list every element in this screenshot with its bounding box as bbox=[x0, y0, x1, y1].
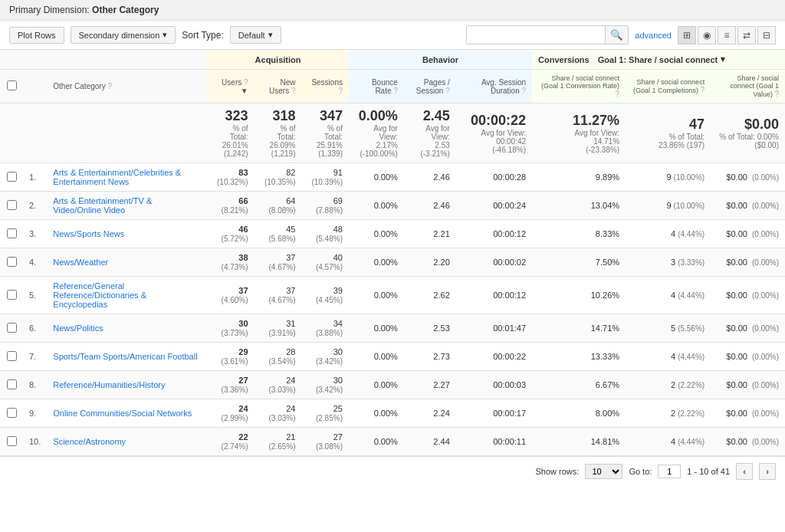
footer-bar: Show rows: 102550100 Go to: 1 - 10 of 41… bbox=[0, 456, 785, 486]
row-pages: 2.20 bbox=[404, 248, 456, 277]
row-checkbox-cell[interactable] bbox=[0, 343, 23, 371]
row-checkbox[interactable] bbox=[7, 436, 17, 446]
view-icons: ⊞ ◉ ≡ ⇄ ⊟ bbox=[678, 26, 776, 44]
category-link[interactable]: News/Weather bbox=[53, 258, 108, 267]
row-avg-duration: 00:00:24 bbox=[456, 192, 532, 220]
row-checkbox[interactable] bbox=[7, 379, 17, 389]
summary-checkbox-cell bbox=[0, 103, 23, 163]
row-bounce-rate: 0.00% bbox=[349, 428, 404, 456]
row-value: $0.00 (0.00%) bbox=[711, 371, 785, 399]
row-category: Reference/General Reference/Dictionaries… bbox=[47, 277, 207, 314]
sort-default-dropdown[interactable]: Default ▾ bbox=[230, 26, 281, 44]
rows-per-page-select[interactable]: 102550100 bbox=[585, 464, 622, 479]
row-conv-rate: 7.50% bbox=[532, 248, 626, 277]
users-col-header[interactable]: Users ? ▼ bbox=[207, 70, 254, 103]
row-checkbox-cell[interactable] bbox=[0, 428, 23, 456]
conversions-label: Conversions bbox=[538, 55, 590, 64]
category-link[interactable]: News/Politics bbox=[53, 323, 103, 333]
category-link[interactable]: Science/Astronomy bbox=[53, 437, 126, 446]
row-checkbox[interactable] bbox=[7, 200, 17, 210]
row-category: Science/Astronomy bbox=[47, 428, 207, 456]
row-checkbox[interactable] bbox=[7, 290, 17, 300]
row-bounce-rate: 0.00% bbox=[349, 399, 404, 428]
category-link[interactable]: Arts & Entertainment/Celebrities & Enter… bbox=[53, 168, 181, 186]
row-completions: 2 (2.22%) bbox=[626, 371, 711, 399]
row-checkbox[interactable] bbox=[7, 228, 17, 238]
row-new-users: 45 (5.68%) bbox=[255, 220, 302, 248]
row-checkbox[interactable] bbox=[7, 408, 17, 418]
search-button[interactable]: 🔍 bbox=[605, 26, 628, 44]
acquisition-group-header: Acquisition bbox=[207, 50, 349, 70]
row-checkbox-cell[interactable] bbox=[0, 277, 23, 314]
row-checkbox-cell[interactable] bbox=[0, 192, 23, 220]
category-link[interactable]: Sports/Team Sports/American Football bbox=[53, 352, 197, 361]
go-to-label: Go to: bbox=[629, 467, 652, 476]
value-col-header[interactable]: Share / social connect (Goal 1 Value) ? bbox=[711, 70, 785, 103]
row-checkbox[interactable] bbox=[7, 323, 17, 333]
select-all-checkbox[interactable] bbox=[7, 80, 17, 90]
row-category: Online Communities/Social Networks bbox=[47, 399, 207, 428]
row-checkbox-cell[interactable] bbox=[0, 248, 23, 277]
row-bounce-rate: 0.00% bbox=[349, 314, 404, 343]
row-checkbox-cell[interactable] bbox=[0, 371, 23, 399]
next-page-button[interactable]: › bbox=[759, 463, 776, 480]
table-row: 1. Arts & Entertainment/Celebrities & En… bbox=[0, 163, 785, 192]
row-completions: 4 (4.44%) bbox=[626, 220, 711, 248]
row-checkbox[interactable] bbox=[7, 351, 17, 361]
search-box: 🔍 bbox=[466, 25, 629, 44]
row-value: $0.00 (0.00%) bbox=[711, 192, 785, 220]
row-users: 24 (2.99%) bbox=[207, 399, 254, 428]
row-checkbox-cell[interactable] bbox=[0, 314, 23, 343]
pages-col-header[interactable]: Pages / Session ? bbox=[404, 70, 456, 103]
row-category: News/Sports News bbox=[47, 220, 207, 248]
row-bounce-rate: 0.00% bbox=[349, 277, 404, 314]
view-icon-pie[interactable]: ◉ bbox=[698, 26, 716, 44]
row-value: $0.00 (0.00%) bbox=[711, 399, 785, 428]
row-checkbox-cell[interactable] bbox=[0, 399, 23, 428]
row-checkbox-cell[interactable] bbox=[0, 220, 23, 248]
row-avg-duration: 00:00:12 bbox=[456, 220, 532, 248]
row-users: 30 (3.73%) bbox=[207, 314, 254, 343]
category-link[interactable]: Reference/General Reference/Dictionaries… bbox=[53, 281, 146, 309]
conv-rate-col-header[interactable]: Share / social connect (Goal 1 Conversio… bbox=[532, 70, 626, 103]
category-link[interactable]: Arts & Entertainment/TV & Video/Online V… bbox=[53, 196, 152, 215]
view-icon-table[interactable]: ⊞ bbox=[678, 26, 696, 44]
sort-icon-users: ▼ bbox=[241, 87, 248, 95]
category-link[interactable]: Reference/Humanities/History bbox=[53, 380, 165, 389]
select-all-checkbox-header[interactable] bbox=[0, 70, 23, 103]
summary-users-value: 323 bbox=[213, 108, 248, 124]
data-table: Acquisition Behavior Conversions Goal 1:… bbox=[0, 50, 785, 456]
chevron-down-icon: ▾ bbox=[268, 30, 273, 40]
row-new-users: 64 (8.08%) bbox=[255, 192, 302, 220]
num-header bbox=[23, 50, 47, 70]
view-icon-bar[interactable]: ≡ bbox=[718, 26, 736, 44]
secondary-dimension-dropdown[interactable]: Secondary dimension ▾ bbox=[71, 26, 176, 44]
pagination-info: 1 - 10 of 41 bbox=[687, 467, 730, 476]
bounce-rate-col-header[interactable]: Bounce Rate ? bbox=[349, 70, 404, 103]
row-checkbox[interactable] bbox=[7, 257, 17, 267]
row-conv-rate: 8.00% bbox=[532, 399, 626, 428]
prev-page-button[interactable]: ‹ bbox=[736, 463, 753, 480]
row-avg-duration: 00:00:28 bbox=[456, 163, 532, 192]
goal-label: Goal 1: Share / social connect bbox=[598, 55, 718, 64]
completions-col-header[interactable]: Share / social connect (Goal 1 Completio… bbox=[626, 70, 711, 103]
primary-dimension-value: Other Category bbox=[92, 5, 159, 15]
advanced-link[interactable]: advanced bbox=[635, 31, 672, 40]
plot-rows-button[interactable]: Plot Rows bbox=[9, 27, 64, 44]
goal-dropdown-icon[interactable]: ▾ bbox=[721, 54, 725, 64]
avg-duration-col-header[interactable]: Avg. Session Duration ? bbox=[456, 70, 532, 103]
row-checkbox[interactable] bbox=[7, 172, 17, 182]
view-icon-pivot[interactable]: ⊟ bbox=[757, 26, 776, 44]
category-link[interactable]: Online Communities/Social Networks bbox=[53, 409, 192, 418]
row-users: 22 (2.74%) bbox=[207, 428, 254, 456]
sessions-col-header[interactable]: Sessions ? bbox=[302, 70, 349, 103]
new-users-col-header[interactable]: New Users ? bbox=[255, 70, 302, 103]
category-link[interactable]: News/Sports News bbox=[53, 229, 124, 238]
row-value: $0.00 (0.00%) bbox=[711, 277, 785, 314]
search-input[interactable] bbox=[467, 28, 605, 43]
view-icon-compare[interactable]: ⇄ bbox=[737, 26, 756, 44]
row-value: $0.00 (0.00%) bbox=[711, 248, 785, 277]
go-to-input[interactable] bbox=[658, 465, 681, 478]
row-checkbox-cell[interactable] bbox=[0, 163, 23, 192]
row-new-users: 28 (3.54%) bbox=[255, 343, 302, 371]
